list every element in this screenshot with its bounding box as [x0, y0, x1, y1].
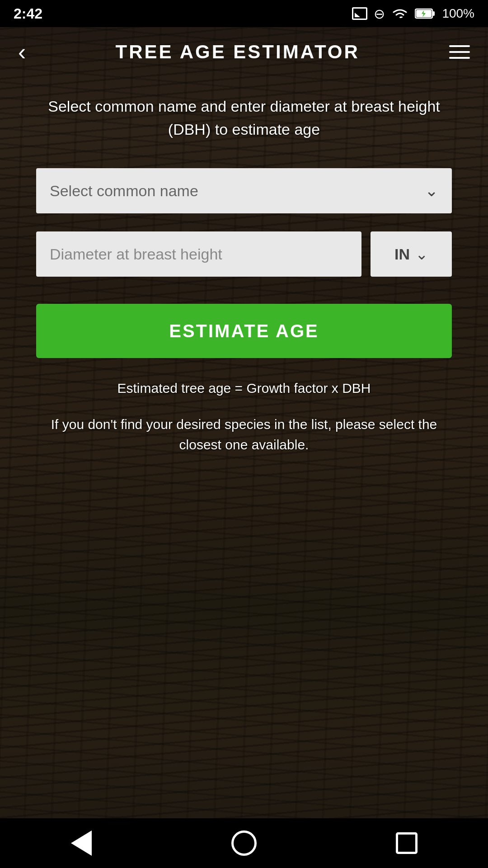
back-button[interactable]: ‹ [18, 40, 26, 64]
common-name-select[interactable]: Select common name ⌄ [36, 168, 452, 213]
home-circle-icon [231, 830, 257, 856]
android-home-button[interactable] [226, 825, 262, 861]
photo-icon [352, 7, 367, 20]
formula-text: Estimated tree age = Growth factor x DBH [117, 381, 371, 396]
main-content: Select common name and enter diameter at… [0, 77, 488, 818]
battery-percent: 100% [442, 6, 474, 21]
select-chevron-icon: ⌄ [425, 181, 438, 200]
nav-bar: ‹ TREE AGE ESTIMATOR [0, 27, 488, 77]
battery-icon [415, 7, 436, 20]
status-time: 2:42 [14, 5, 42, 22]
android-recents-button[interactable] [389, 825, 425, 861]
select-placeholder: Select common name [50, 182, 198, 200]
dbh-input-row: IN ⌄ [36, 231, 452, 277]
status-bar: 2:42 ⊖ 100% [0, 0, 488, 27]
unit-chevron-icon: ⌄ [415, 245, 428, 263]
menu-line-3 [449, 57, 470, 59]
status-icons: ⊖ 100% [352, 6, 474, 22]
info-text: If you don't find your desired species i… [36, 414, 452, 455]
unit-value: IN [394, 245, 410, 263]
app-title: TREE AGE ESTIMATOR [26, 41, 449, 63]
estimate-age-button[interactable]: ESTIMATE AGE [36, 304, 452, 358]
dbh-input[interactable] [50, 245, 348, 263]
menu-line-1 [449, 45, 470, 47]
bottom-nav [0, 818, 488, 868]
dbh-input-wrapper[interactable] [36, 231, 361, 277]
subtitle-text: Select common name and enter diameter at… [36, 95, 452, 141]
menu-button[interactable] [449, 45, 470, 59]
back-triangle-icon [71, 830, 92, 856]
wifi-icon [391, 7, 408, 20]
android-back-button[interactable] [63, 825, 99, 861]
menu-line-2 [449, 51, 470, 53]
unit-select[interactable]: IN ⌄ [371, 231, 452, 277]
svg-rect-1 [432, 11, 435, 16]
dnd-icon: ⊖ [374, 6, 385, 22]
recents-square-icon [396, 832, 418, 854]
